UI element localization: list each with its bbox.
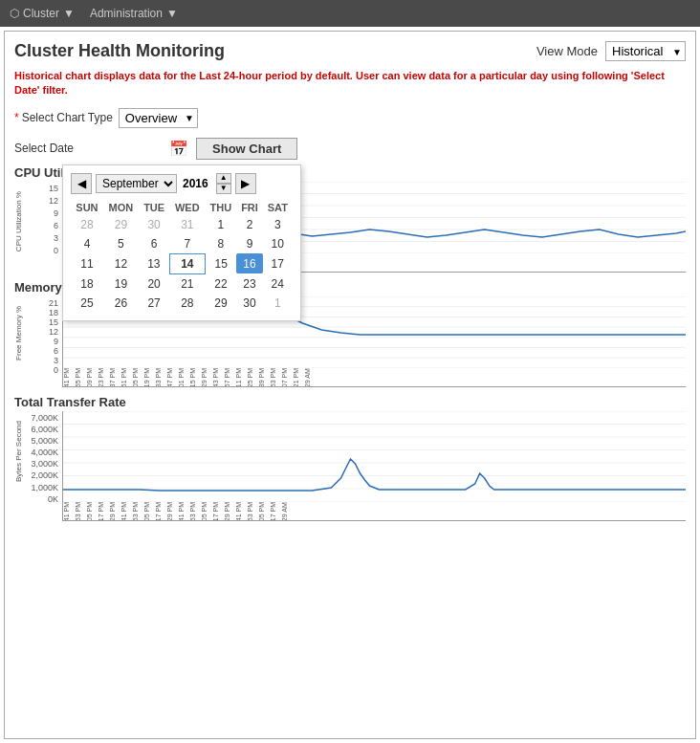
cal-week-2: 4 5 6 7 8 9 10 [71,234,293,254]
cal-cell[interactable]: 13 [139,253,169,273]
cal-grid: SUN MON TUE WED THU FRI SAT 28 29 30 31 [71,200,293,313]
cal-cell[interactable]: 24 [263,273,293,294]
memory-y-tick: 12 [49,327,58,337]
cal-prev-button[interactable]: ◀ [71,173,92,194]
cal-cell[interactable]: 3 [263,215,293,234]
cal-cell[interactable]: 25 [71,294,103,313]
x-label: 1:17 PM [98,502,109,521]
cal-cell-selected[interactable]: 16 [236,253,262,273]
x-label: 12:41 PM [63,368,75,387]
memory-y-tick: 6 [54,346,58,356]
x-label: 12:55 PM [75,368,86,387]
view-mode-wrapper[interactable]: Historical Real-time [605,41,686,61]
calendar-icon[interactable]: 📅 [169,140,188,158]
cal-next-button[interactable]: ▶ [235,173,256,194]
cal-cell[interactable]: 28 [71,215,103,234]
chart-type-select[interactable]: Overview CPU Memory Network [119,108,198,128]
cal-cell[interactable]: 12 [103,253,139,273]
cpu-y-tick: 0 [54,246,58,255]
transfer-y-label: Bytes Per Second [14,421,23,482]
x-label: 2:19 PM [143,368,155,387]
cal-cell[interactable]: 19 [103,273,139,294]
cluster-chevron: ▼ [63,7,75,20]
cal-year-down[interactable]: ▼ [216,184,231,194]
cal-cell[interactable]: 28 [169,294,205,313]
select-date-row: Select Date 📅 Show Chart ◀ JanuaryFebrua… [14,138,686,160]
memory-y-tick: 9 [54,337,58,346]
cal-cell[interactable]: 1 [205,215,236,234]
cpu-y-tick: 15 [49,184,58,193]
x-label: 2:33 PM [155,368,166,387]
cluster-icon: ⬡ [10,7,19,20]
admin-chevron: ▼ [166,7,178,20]
memory-x-labels: 12:41 PM 12:55 PM 1:09 PM 1:23 PM 1:37 P… [63,368,686,387]
cal-cell[interactable]: 22 [205,273,236,294]
cal-cell[interactable]: 7 [169,234,205,254]
cal-day-tue: TUE [139,200,169,215]
cal-cell[interactable]: 1 [263,294,293,313]
cal-cell[interactable]: 21 [169,273,205,294]
info-text: Historical chart displays data for the L… [14,69,686,98]
cluster-nav[interactable]: ⬡ Cluster ▼ [10,7,75,20]
cal-day-mon: MON [103,200,139,215]
cpu-y-ticks: 15 12 9 6 3 0 [30,184,58,255]
cal-cell[interactable]: 23 [236,273,262,294]
x-label: 4:53 PM [270,368,281,387]
view-mode-label: View Mode [536,44,598,58]
cal-cell[interactable]: 10 [263,234,293,254]
admin-nav[interactable]: Administration ▼ [90,7,178,20]
page-title: Cluster Health Monitoring [14,41,536,61]
cal-week-5: 25 26 27 28 29 30 1 [71,294,293,313]
cal-cell[interactable]: 15 [205,253,236,273]
memory-y-tick: 15 [49,317,58,327]
cal-cell[interactable]: 29 [103,215,139,234]
cal-day-fri: FRI [236,200,262,215]
transfer-y-tick: 4,000K [31,448,58,457]
x-label: 1:51 PM [120,368,132,387]
cal-day-sat: SAT [263,200,293,215]
x-label: 3:43 PM [212,368,224,387]
cal-week-1: 28 29 30 31 1 2 3 [71,215,293,234]
cal-cell[interactable]: 30 [139,215,169,234]
cal-cell[interactable]: 20 [139,273,169,294]
cal-cell[interactable]: 18 [71,273,103,294]
x-label: 3:29 PM [224,502,235,521]
x-label: 3:57 PM [224,368,235,387]
x-label: 4:05 PM [258,502,270,521]
cal-year-up[interactable]: ▲ [216,173,231,184]
cal-cell[interactable]: 31 [169,215,205,234]
x-label: 1:37 PM [109,368,120,387]
x-label: 3:01 PM [178,368,189,387]
x-label: 3:53 PM [247,502,258,521]
memory-y-tick: 3 [54,356,58,365]
cal-cell[interactable]: 11 [71,253,103,273]
x-label: 4:11 PM [235,368,247,387]
x-label: 3:05 PM [201,502,212,521]
required-star: * [14,111,19,124]
x-label: 3:15 PM [189,368,201,387]
view-mode-select[interactable]: Historical Real-time [605,41,686,61]
cal-cell[interactable]: 4 [71,234,103,254]
x-label: 4:17 PM [270,502,281,521]
cal-day-thu: THU [205,200,236,215]
cal-cell[interactable]: 8 [205,234,236,254]
cal-month-select[interactable]: JanuaryFebruaryMarch AprilMayJune JulyAu… [96,174,177,193]
cal-cell[interactable]: 30 [236,294,262,313]
cal-cell[interactable]: 26 [103,294,139,313]
x-label: 5:07 PM [281,368,293,387]
main-content: Cluster Health Monitoring View Mode Hist… [4,31,696,739]
cpu-y-axis: CPU Utilization % 15 12 9 6 3 0 [14,182,62,273]
cpu-y-tick: 3 [54,233,58,243]
x-label: 5:29 AM [281,502,293,521]
cal-cell[interactable]: 29 [205,294,236,313]
cal-cell[interactable]: 17 [263,253,293,273]
cal-cell-today[interactable]: 14 [169,253,205,273]
chart-type-wrapper[interactable]: Overview CPU Memory Network [119,108,198,128]
transfer-y-tick: 7,000K [31,413,58,423]
cal-cell[interactable]: 2 [236,215,262,234]
cal-cell[interactable]: 9 [236,234,262,254]
show-chart-button[interactable]: Show Chart [196,138,297,160]
cal-cell[interactable]: 27 [139,294,169,313]
cal-cell[interactable]: 6 [139,234,169,254]
cal-cell[interactable]: 5 [103,234,139,254]
